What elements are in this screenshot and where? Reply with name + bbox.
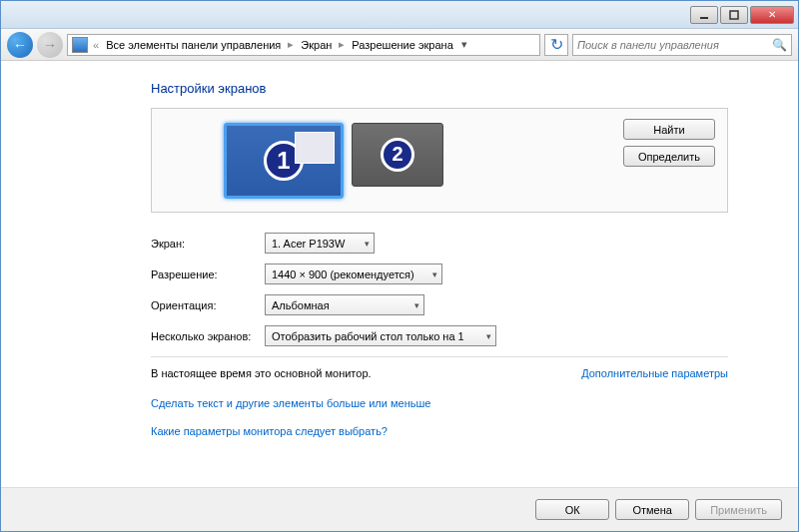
minimize-button[interactable] (690, 6, 718, 24)
resolution-label: Разрешение: (151, 268, 265, 280)
breadcrumb-dropdown-icon[interactable]: ▾ (457, 38, 471, 51)
close-button[interactable]: ✕ (750, 6, 794, 24)
refresh-button[interactable]: ↻ (544, 34, 568, 56)
svg-rect-1 (730, 11, 738, 19)
help-link[interactable]: Какие параметры монитора следует выбрать… (151, 425, 388, 437)
multiple-displays-dropdown[interactable]: Отобразить рабочий стол только на 1 (265, 325, 496, 346)
display-label: Экран: (151, 238, 265, 250)
status-row: В настоящее время это основной монитор. … (151, 367, 728, 379)
multiple-displays-row: Несколько экранов: Отобразить рабочий ст… (151, 325, 728, 346)
monitors-container: 1 2 (224, 123, 443, 199)
divider (151, 356, 728, 357)
multiple-displays-label: Несколько экранов: (151, 330, 265, 342)
detect-button[interactable]: Найти (623, 119, 715, 140)
breadcrumb-item[interactable]: Экран (299, 39, 334, 51)
titlebar: ✕ (1, 1, 798, 29)
identify-button[interactable]: Определить (623, 146, 715, 167)
search-icon[interactable]: 🔍 (772, 38, 787, 52)
breadcrumb[interactable]: « Все элементы панели управления ▸ Экран… (67, 34, 540, 56)
resolution-row: Разрешение: 1440 × 900 (рекомендуется) (151, 264, 728, 284)
ok-button[interactable]: ОК (535, 499, 609, 520)
monitor-2[interactable]: 2 (352, 123, 443, 187)
orientation-dropdown[interactable]: Альбомная (265, 294, 424, 315)
navbar: ← → « Все элементы панели управления ▸ Э… (1, 29, 798, 61)
main-monitor-status: В настоящее время это основной монитор. (151, 367, 372, 379)
monitor-1[interactable]: 1 (224, 123, 344, 199)
content: Настройки экранов 1 2 Найти Определить Э… (1, 61, 798, 488)
back-button[interactable]: ← (7, 32, 33, 58)
orientation-row: Ориентация: Альбомная (151, 294, 728, 315)
chevron-left-icon: « (90, 39, 102, 51)
svg-rect-0 (700, 17, 708, 19)
chevron-right-icon: ▸ (336, 38, 348, 51)
footer: ОК Отмена Применить (1, 487, 798, 531)
chevron-right-icon: ▸ (285, 38, 297, 51)
maximize-button[interactable] (720, 6, 748, 24)
text-size-link[interactable]: Сделать текст и другие элементы больше и… (151, 397, 430, 409)
page-title: Настройки экранов (151, 81, 728, 96)
display-dropdown[interactable]: 1. Acer P193W (265, 233, 375, 254)
control-panel-icon (72, 37, 88, 53)
breadcrumb-item[interactable]: Разрешение экрана (350, 39, 454, 51)
preview-buttons: Найти Определить (623, 119, 715, 167)
window: ✕ ← → « Все элементы панели управления ▸… (0, 0, 799, 532)
cancel-button[interactable]: Отмена (615, 499, 689, 520)
search-box[interactable]: 🔍 (572, 34, 792, 56)
orientation-label: Ориентация: (151, 299, 265, 311)
monitor-number: 1 (264, 141, 304, 181)
monitor-preview: 1 2 Найти Определить (151, 108, 728, 213)
resolution-dropdown[interactable]: 1440 × 900 (рекомендуется) (265, 264, 442, 284)
advanced-settings-link[interactable]: Дополнительные параметры (581, 367, 728, 379)
apply-button[interactable]: Применить (695, 499, 782, 520)
display-row: Экран: 1. Acer P193W (151, 233, 728, 254)
monitor-number: 2 (381, 138, 414, 172)
breadcrumb-item[interactable]: Все элементы панели управления (104, 39, 283, 51)
search-input[interactable] (577, 39, 772, 51)
forward-button[interactable]: → (37, 32, 63, 58)
